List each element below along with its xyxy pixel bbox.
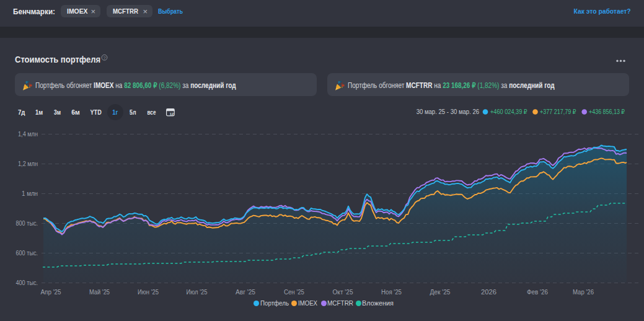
svg-text:5л: 5л [130,108,136,116]
svg-text:Май '25: Май '25 [89,289,110,296]
svg-text:800 тыс.: 800 тыс. [16,220,38,227]
svg-text:YTD: YTD [90,108,102,116]
svg-text:IMOEX: IMOEX [298,299,317,307]
svg-text:82 806,60 ₽: 82 806,60 ₽ [124,81,157,90]
svg-text:12: 12 [170,112,174,116]
svg-text:30 мар. 25 - 30 мар. 26: 30 мар. 25 - 30 мар. 26 [417,108,480,115]
svg-text:×: × [143,7,148,16]
svg-text:IMOEX: IMOEX [94,81,113,90]
svg-text:Ноя '25: Ноя '25 [381,289,402,296]
svg-text:Портфель обгоняет: Портфель обгоняет [348,81,406,90]
svg-text:1,2 млн: 1,2 млн [18,160,38,167]
svg-text:23 168,26 ₽: 23 168,26 ₽ [443,81,476,90]
svg-text:Июл '25: Июл '25 [187,289,208,296]
svg-text:Июн '25: Июн '25 [138,289,159,296]
svg-text:Портфель: Портфель [260,299,289,307]
svg-text:6м: 6м [71,108,80,116]
svg-text:+377 217,79 ₽: +377 217,79 ₽ [540,108,576,115]
svg-text:7д: 7д [18,108,25,116]
svg-text:+460 024,39 ₽: +460 024,39 ₽ [490,108,527,115]
svg-text:(6,82%): (6,82%) [157,81,183,90]
svg-text:за: за [501,81,509,90]
svg-text:1г: 1г [112,108,118,116]
svg-text:за: за [182,81,190,90]
svg-text:на: на [433,81,443,90]
svg-text:Апр '25: Апр '25 [41,289,61,296]
svg-text:MCFTRR: MCFTRR [327,299,353,307]
svg-text:600 тыс.: 600 тыс. [16,250,38,257]
svg-text:Портфель обгоняет: Портфель обгоняет [35,81,94,90]
svg-text:Авг '25: Авг '25 [236,289,255,296]
svg-text:на: на [114,81,125,90]
svg-text:+436 856,13 ₽: +436 856,13 ₽ [589,108,625,115]
svg-text:последний год: последний год [509,81,555,90]
svg-text:последний год: последний год [190,81,236,90]
svg-text:Фев '26: Фев '26 [527,289,548,296]
svg-text:Дек '25: Дек '25 [430,289,451,296]
svg-text:×: × [91,7,96,16]
svg-text:Стоимость портфеля: Стоимость портфеля [15,55,100,64]
svg-text:400 тыс.: 400 тыс. [16,279,38,286]
svg-text:Мар '26: Мар '26 [573,289,594,296]
svg-text:Бенчмарки:: Бенчмарки: [13,7,55,16]
svg-text:Вложения: Вложения [362,299,394,307]
svg-text:все: все [148,108,156,116]
svg-text:Выбрать: Выбрать [158,7,183,15]
svg-text:MCFTRR: MCFTRR [113,7,138,15]
svg-text:(1,82%): (1,82%) [476,81,501,90]
svg-text:1,4 млн: 1,4 млн [18,131,38,138]
svg-text:Как это работает?: Как это работает? [574,7,631,15]
svg-text:MCFTRR: MCFTRR [406,81,433,90]
svg-text:IMOEX: IMOEX [67,7,88,15]
svg-text:1 млн: 1 млн [22,190,38,197]
svg-text:?: ? [103,55,105,61]
svg-text:3м: 3м [54,108,61,116]
svg-text:2026: 2026 [481,289,496,296]
svg-text:Сен '25: Сен '25 [284,289,304,296]
svg-text:Окт '25: Окт '25 [333,289,353,296]
svg-text:1м: 1м [35,108,43,116]
